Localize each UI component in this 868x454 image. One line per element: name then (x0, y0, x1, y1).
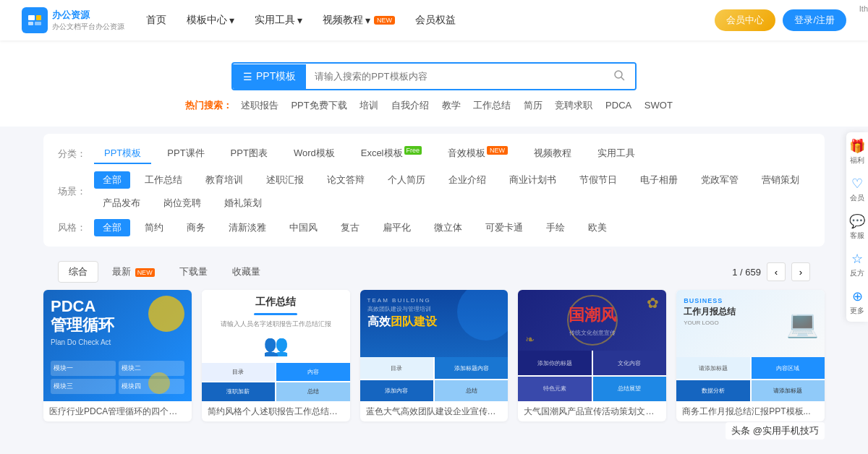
nav-new-badge: NEW (374, 16, 395, 25)
scene-company[interactable]: 企业介绍 (440, 171, 495, 189)
nav-member-benefits[interactable]: 会员权益 (415, 14, 456, 27)
scene-business-plan[interactable]: 商业计划书 (501, 171, 565, 189)
c2-divider (254, 313, 297, 315)
filter-tab-word[interactable]: Word模板 (284, 144, 345, 164)
scene-recruit[interactable]: 岗位竞聘 (155, 194, 210, 212)
float-item-feedback[interactable]: ☆ 反方 (850, 251, 864, 278)
hot-item[interactable]: 工作总结 (473, 100, 511, 111)
style-flat[interactable]: 扁平化 (374, 219, 420, 236)
style-simple[interactable]: 简约 (136, 219, 172, 236)
card-1-sub: Plan Do Check Act (51, 338, 184, 346)
style-retro[interactable]: 复古 (332, 219, 368, 236)
scene-report[interactable]: 述职汇报 (258, 171, 312, 189)
sort-tabs: 综合 最新 NEW 下载量 收藏量 (58, 261, 271, 283)
filter-tab-ppt-template[interactable]: PPT模板 (94, 144, 151, 164)
c2-title: 工作总结 (255, 296, 296, 309)
hot-item[interactable]: 自我介绍 (391, 100, 429, 111)
hot-item[interactable]: 教学 (442, 100, 461, 111)
style-fresh[interactable]: 清新淡雅 (220, 219, 275, 236)
c5-en: BUSINESS (684, 297, 817, 304)
filter-tab-ppt-lesson[interactable]: PPT课件 (157, 144, 214, 164)
hot-item[interactable]: PDCA (605, 100, 631, 111)
sort-tab-latest[interactable]: 最新 NEW (101, 261, 166, 283)
scene-album[interactable]: 电子相册 (631, 171, 686, 189)
filter-tab-excel[interactable]: Excel模板Free (351, 144, 432, 164)
scene-filter-row: 场景： 全部 工作总结 教育培训 述职汇报 论文答辩 个人简历 企业介绍 商业计… (58, 171, 810, 212)
header: 办公资源 办公文档平台办公资源 首页 模板中心 ▾ 实用工具 ▾ 视频教程 ▾ … (0, 0, 868, 40)
style-all[interactable]: 全部 (94, 219, 130, 236)
nav-tools[interactable]: 实用工具 ▾ (255, 14, 302, 27)
scene-product[interactable]: 产品发布 (94, 194, 149, 212)
hot-item[interactable]: 述职报告 (241, 100, 278, 111)
scene-wedding[interactable]: 婚礼策划 (216, 194, 271, 212)
style-china[interactable]: 中国风 (281, 219, 326, 236)
sidebar-float: 🎁 福利 ♡ 会员 💬 客服 ☆ 反方 ⊕ 更多 (846, 132, 868, 322)
filter-tab-video[interactable]: 视频教程 (524, 144, 582, 164)
next-page-button[interactable]: › (791, 262, 810, 281)
sort-tab-综合[interactable]: 综合 (58, 261, 98, 283)
card-2[interactable]: 工作总结 请输入人员名字述职报告工作总结汇报 👥 目录 内容 涨职加薪 总结 简… (202, 290, 350, 421)
scene-resume[interactable]: 个人简历 (379, 171, 434, 189)
filter-tab-tools[interactable]: 实用工具 (587, 144, 645, 164)
hot-item[interactable]: 培训 (359, 100, 378, 111)
member-center-button[interactable]: 会员中心 (715, 9, 775, 31)
scene-thesis[interactable]: 论文答辩 (318, 171, 373, 189)
prev-page-button[interactable]: ‹ (767, 262, 786, 281)
search-input[interactable] (306, 65, 603, 87)
nav-home[interactable]: 首页 (146, 14, 166, 27)
hot-label: 热门搜索： (185, 100, 232, 111)
float-item-more[interactable]: ⊕ 更多 (850, 288, 864, 316)
style-cute[interactable]: 可爱卡通 (477, 219, 532, 236)
hot-item[interactable]: 简历 (524, 100, 542, 111)
scene-education[interactable]: 教育培训 (197, 171, 252, 189)
sort-tab-favorites[interactable]: 收藏量 (221, 261, 271, 283)
float-item-member[interactable]: ♡ 会员 (850, 176, 864, 203)
chat-icon: 💬 (849, 213, 865, 229)
scene-party[interactable]: 党政军管 (692, 171, 747, 189)
card-5-thumb: BUSINESS 工作月报总结 YOUR LOGO 💻 请添加标题 内容区域 数… (676, 290, 825, 401)
c2-sub: 请输入人员名字述职报告工作总结汇报 (221, 320, 331, 329)
nav-video[interactable]: 视频教程 ▾ NEW (323, 14, 395, 27)
nav-templates[interactable]: 模板中心 ▾ (187, 14, 234, 27)
hot-item[interactable]: 竞聘求职 (555, 100, 592, 111)
c2-g2: 内容 (276, 363, 349, 382)
card-2-title: 简约风格个人述职报告工作总结年度... (202, 401, 350, 422)
c3-grid: 目录 添加标题内容 添加内容 总结 (360, 357, 509, 401)
page-info: 1 / 659 (732, 267, 761, 278)
card-4[interactable]: 国潮风 传统文化创意宣传 ✿ ❧ 添加你的标题 文化内容 特色元素 总结展望 大… (518, 290, 666, 421)
hot-search: 热门搜索： 述职报告 PPT免费下载 培训 自我介绍 教学 工作总结 简历 竞聘… (0, 99, 868, 112)
float-item-gift[interactable]: 🎁 福利 (849, 138, 865, 166)
style-western[interactable]: 欧美 (579, 219, 616, 236)
float-item-service[interactable]: 💬 客服 (849, 213, 865, 241)
login-register-button[interactable]: 登录/注册 (783, 9, 846, 31)
card-3[interactable]: TEAM BUILDING 高效团队建设与管理培训 高效团队建设 目录 添加标题… (360, 290, 509, 421)
c4-main-text: 国潮风 (569, 304, 616, 326)
filter-tab-ppt-chart[interactable]: PPT图表 (221, 144, 278, 164)
style-micro-3d[interactable]: 微立体 (425, 219, 471, 236)
svg-rect-1 (36, 15, 41, 20)
card-2-thumb: 工作总结 请输入人员名字述职报告工作总结汇报 👥 目录 内容 涨职加薪 总结 (202, 290, 350, 401)
c3-content: TEAM BUILDING 高效团队建设与管理培训 高效团队建设 (367, 297, 501, 330)
star-icon: ☆ (851, 251, 863, 267)
logo[interactable]: 办公资源 办公文档平台办公资源 (22, 7, 124, 33)
scene-marketing[interactable]: 营销策划 (753, 171, 808, 189)
style-business[interactable]: 商务 (178, 219, 214, 236)
style-sketch[interactable]: 手绘 (537, 219, 574, 236)
search-button[interactable] (603, 64, 635, 89)
scene-work-summary[interactable]: 工作总结 (136, 171, 191, 189)
hot-item[interactable]: SWOT (644, 100, 673, 111)
c3-g4: 总结 (435, 380, 508, 401)
card-3-title: 蓝色大气高效团队建设企业宣传介绍P... (360, 401, 509, 422)
c5-laptop: 💻 (786, 309, 819, 339)
hot-item[interactable]: PPT免费下载 (291, 100, 346, 111)
deco-circle-1 (148, 296, 184, 332)
scene-all[interactable]: 全部 (94, 171, 130, 189)
search-type-label[interactable]: ☰ PPT模板 (233, 64, 306, 89)
card-5[interactable]: BUSINESS 工作月报总结 YOUR LOGO 💻 请添加标题 内容区域 数… (676, 290, 825, 421)
sort-tab-downloads[interactable]: 下载量 (169, 261, 218, 283)
c2-grid: 目录 内容 涨职加薪 总结 (202, 363, 350, 401)
scene-tags: 全部 工作总结 教育培训 述职汇报 论文答辩 个人简历 企业介绍 商业计划书 节… (94, 171, 810, 212)
filter-tab-audio[interactable]: 音效模板NEW (438, 144, 518, 164)
card-1[interactable]: PDCA管理循环 Plan Do Check Act 模块一 模块二 模块三 模… (43, 290, 192, 421)
scene-holiday[interactable]: 节假节日 (571, 171, 626, 189)
